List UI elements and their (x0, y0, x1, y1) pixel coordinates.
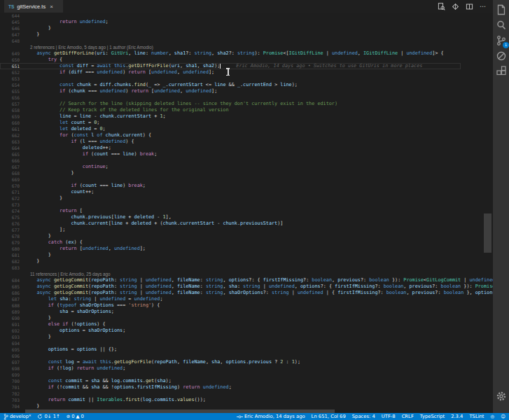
code-line[interactable]: 668 } (0, 170, 493, 176)
code-line[interactable]: 691 else if (!options) { (0, 321, 493, 328)
tslint-status[interactable]: TSLint (469, 414, 484, 419)
code-line[interactable]: 683 (0, 265, 493, 271)
feedback-smiley-icon[interactable]: ☺ (501, 414, 505, 419)
code-line[interactable]: 677 ]; (0, 227, 493, 233)
vertical-scrollbar[interactable] (483, 13, 492, 409)
code-line[interactable]: 655 if (chunk === undefined) return [und… (0, 88, 493, 94)
line-number: 690 (0, 315, 20, 321)
code-line[interactable]: 658 // Keep track of the deleted lines f… (0, 107, 493, 113)
line-number: 694 (0, 340, 20, 346)
open-changes-icon[interactable] (438, 3, 445, 10)
search-icon[interactable] (496, 20, 507, 31)
code-line[interactable]: 647 } (0, 31, 493, 38)
code-line[interactable]: 646 } (0, 25, 493, 31)
code-line[interactable]: 689 sha = shaOrOptions; (0, 309, 493, 315)
language-mode[interactable]: TypeScript (420, 414, 445, 419)
code-line[interactable]: 703 return commit || Iterables.first(log… (0, 397, 493, 403)
code-line[interactable]: 699 (0, 372, 493, 378)
code-line[interactable]: 693 } (0, 334, 493, 340)
code-line[interactable]: 644 (0, 13, 493, 19)
code-line[interactable]: 697 const log = await this.getLogForFile… (0, 359, 493, 365)
typescript-version[interactable]: 2.3.4 (451, 414, 463, 419)
source-control-icon[interactable]: 1 (496, 35, 507, 46)
code-line[interactable]: 674 return [ (0, 208, 493, 214)
code-line[interactable]: 686 async getLogCommit(repoPath: string … (0, 290, 493, 296)
more-actions-icon[interactable]: ⋯ (480, 2, 486, 10)
sync-indicator[interactable]: 0↓ 1↑ (37, 414, 60, 419)
code-text: } (25, 25, 51, 31)
eol-status[interactable]: CRLF (402, 414, 414, 419)
code-line[interactable]: 700 const commit = sha && log.commits.ge… (0, 378, 493, 384)
code-line[interactable]: 656 (0, 94, 493, 101)
code-line[interactable]: 663 if (l === undefined) { (0, 139, 493, 145)
extensions-icon[interactable] (496, 66, 507, 77)
code-line[interactable]: 701 if (!commit && sha && !options.first… (0, 384, 493, 391)
code-line[interactable]: 685 async getLogCommit(repoPath: string … (0, 284, 493, 290)
code-line[interactable]: 681 } (0, 252, 493, 258)
gitlens-blame-status[interactable]: Eric Amodio, 14 days ago (237, 414, 305, 419)
codelens-row[interactable]: 11 references | Eric Amodio, 25 days ago (0, 271, 493, 277)
code-area[interactable]: 644645 return undefined;646 }647 }648 2 … (0, 13, 493, 413)
code-line[interactable]: 657 // Search for the line (skipping del… (0, 101, 493, 107)
explorer-icon[interactable] (496, 4, 507, 15)
code-line[interactable]: 696 (0, 353, 493, 359)
code-line[interactable]: 659 line = line - chunk.currentStart + 1… (0, 113, 493, 120)
code-line[interactable]: 664 deleted++; (0, 145, 493, 151)
codelens-links[interactable]: 11 references | Eric Amodio, 25 days ago (25, 271, 111, 277)
codelens-row[interactable]: 2 references | Eric Amodio, 5 days ago |… (0, 44, 493, 50)
code-text: return commit || Iterables.first(log.com… (25, 397, 206, 403)
code-line[interactable]: 671 count++; (0, 189, 493, 195)
line-number (0, 44, 20, 50)
code-line[interactable]: 653 (0, 76, 493, 82)
code-line[interactable]: 687 let sha: string | undefined = undefi… (0, 296, 493, 302)
code-line[interactable]: 690 } (0, 315, 493, 321)
code-line[interactable]: 651 const diff = await this.getDiffForFi… (0, 63, 493, 69)
code-line[interactable]: 676 chunk.current[line + deleted + (chun… (0, 220, 493, 227)
code-line[interactable]: 665 if (count === line) break; (0, 151, 493, 158)
codelens-links[interactable]: 2 references | Eric Amodio, 5 days ago |… (25, 44, 153, 50)
code-line[interactable]: 650 try { (0, 57, 493, 63)
close-tab-icon[interactable]: × (50, 4, 53, 10)
code-line[interactable]: 645 return undefined; (0, 19, 493, 25)
code-line[interactable]: 661 let deleted = 0; (0, 126, 493, 132)
tab-gitservice[interactable]: TS gitService.ts × (4, 0, 63, 13)
cursor-position[interactable]: Ln 651, Col 69 (312, 414, 346, 419)
code-line[interactable]: 648 (0, 38, 493, 44)
code-line[interactable]: 698 if (!log) return undefined; (0, 365, 493, 372)
code-line[interactable]: 695 options = options || {}; (0, 346, 493, 353)
code-line[interactable]: 680 return [undefined, undefined]; (0, 246, 493, 252)
branch-indicator[interactable]: develop* (4, 414, 31, 420)
code-line[interactable]: 667 continue; (0, 164, 493, 170)
code-line[interactable]: 688 if (typeof shaOrOptions === 'string'… (0, 302, 493, 309)
code-line[interactable]: 678 } (0, 233, 493, 239)
code-line[interactable]: 694 (0, 340, 493, 346)
status-info-icon[interactable]: ◎ (491, 414, 495, 419)
code-line[interactable]: 654 const chunk = diff.chunks.find(_ => … (0, 82, 493, 88)
problems-indicator[interactable]: ⊘ 0 ▲ 0 (67, 414, 84, 419)
code-line[interactable]: 660 let count = 0; (0, 120, 493, 126)
code-line[interactable]: 684 async getLogCommit(repoPath: string … (0, 277, 493, 284)
code-line[interactable]: 672 } (0, 195, 493, 202)
code-line[interactable]: 673 (0, 202, 493, 208)
code-line[interactable]: 692 options = shaOrOptions; (0, 328, 493, 334)
code-line[interactable]: 649 async getDiffForLine(uri: GitUri, li… (0, 50, 493, 57)
indentation-status[interactable]: Spaces: 4 (352, 414, 375, 419)
code-line[interactable]: 670 if (count === line) break; (0, 183, 493, 189)
code-line[interactable]: 666 (0, 158, 493, 164)
settings-gear-icon[interactable] (496, 391, 507, 402)
line-number: 689 (0, 309, 20, 315)
code-line[interactable]: 679 catch (ex) { (0, 239, 493, 246)
code-line[interactable]: 652 if (diff === undefined) return [unde… (0, 69, 493, 76)
vertical-scrollbar-thumb[interactable] (484, 214, 491, 253)
gitlens-compare-icon[interactable] (452, 3, 459, 10)
code-line[interactable]: 702 (0, 391, 493, 397)
debug-icon[interactable] (496, 50, 507, 62)
code-line[interactable]: 682 } (0, 258, 493, 265)
code-text: } (25, 252, 51, 258)
split-editor-icon[interactable] (466, 3, 473, 10)
encoding-status[interactable]: UTF-8 (382, 414, 396, 419)
code-line[interactable]: 662 for (const l of chunk.current) { (0, 132, 493, 139)
code-line[interactable]: 675 chunk.previous[line + deleted - 1], (0, 214, 493, 220)
code-text: const commit = sha && log.commits.get(sh… (25, 378, 172, 384)
code-line[interactable]: 669 (0, 176, 493, 183)
